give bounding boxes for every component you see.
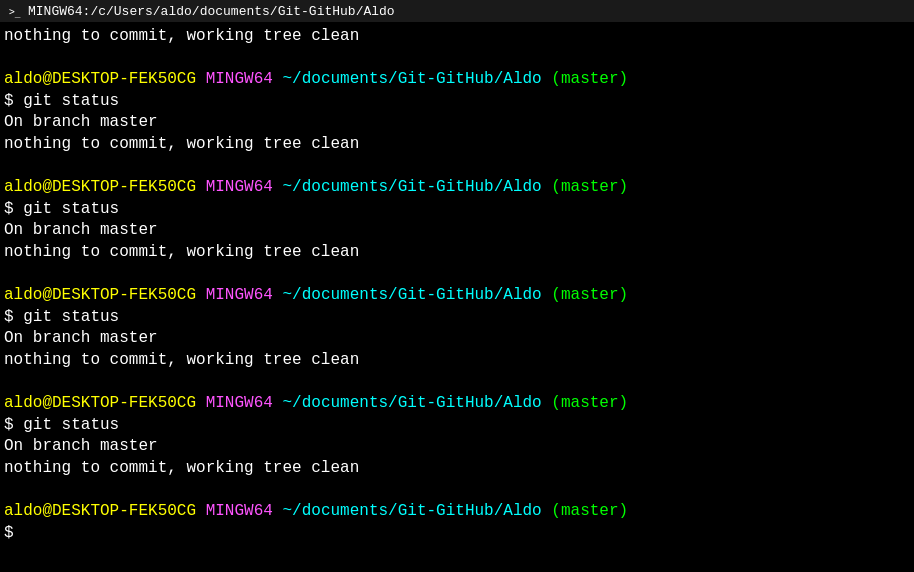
terminal-line: On branch master — [4, 220, 910, 242]
prompt-shell: MINGW64 — [206, 502, 273, 520]
terminal-line: On branch master — [4, 112, 910, 134]
prompt-branch: (master) — [551, 394, 628, 412]
title-bar: >_ MINGW64:/c/Users/aldo/documents/Git-G… — [0, 0, 914, 22]
svg-text:>_: >_ — [9, 6, 21, 18]
terminal-line: nothing to commit, working tree clean — [4, 242, 910, 264]
output-text: On branch master — [4, 437, 158, 455]
terminal-icon: >_ — [8, 4, 22, 18]
prompt-user: aldo@DESKTOP-FEK50CG — [4, 178, 196, 196]
prompt-path: ~/documents/Git-GitHub/Aldo — [282, 70, 541, 88]
prompt-path: ~/documents/Git-GitHub/Aldo — [282, 286, 541, 304]
blank-line — [4, 264, 910, 286]
output-text: nothing to commit, working tree clean — [4, 243, 359, 261]
prompt-branch: (master) — [551, 502, 628, 520]
terminal-line: aldo@DESKTOP-FEK50CG MINGW64 ~/documents… — [4, 285, 910, 307]
output-text: nothing to commit, working tree clean — [4, 459, 359, 477]
command-text: $ git status — [4, 92, 119, 110]
prompt-branch: (master) — [551, 178, 628, 196]
terminal-line: $ git status — [4, 91, 910, 113]
prompt-user: aldo@DESKTOP-FEK50CG — [4, 502, 196, 520]
prompt-user: aldo@DESKTOP-FEK50CG — [4, 286, 196, 304]
blank-line — [4, 156, 910, 178]
blank-line — [4, 479, 910, 501]
cursor-line: $ — [4, 524, 23, 542]
prompt-branch: (master) — [551, 70, 628, 88]
terminal-line: nothing to commit, working tree clean — [4, 26, 910, 48]
command-text: $ git status — [4, 308, 119, 326]
terminal-line: $ git status — [4, 415, 910, 437]
output-text: nothing to commit, working tree clean — [4, 135, 359, 153]
prompt-user: aldo@DESKTOP-FEK50CG — [4, 70, 196, 88]
output-text: On branch master — [4, 221, 158, 239]
blank-line — [4, 48, 910, 70]
prompt-user: aldo@DESKTOP-FEK50CG — [4, 394, 196, 412]
terminal-line: nothing to commit, working tree clean — [4, 350, 910, 372]
terminal-line: $ git status — [4, 307, 910, 329]
terminal-line: nothing to commit, working tree clean — [4, 134, 910, 156]
prompt-path: ~/documents/Git-GitHub/Aldo — [282, 394, 541, 412]
blank-line — [4, 372, 910, 394]
terminal-line: aldo@DESKTOP-FEK50CG MINGW64 ~/documents… — [4, 393, 910, 415]
prompt-shell: MINGW64 — [206, 70, 273, 88]
terminal-line: nothing to commit, working tree clean — [4, 458, 910, 480]
output-text: On branch master — [4, 329, 158, 347]
command-text: $ git status — [4, 200, 119, 218]
terminal-line: aldo@DESKTOP-FEK50CG MINGW64 ~/documents… — [4, 177, 910, 199]
command-text: $ git status — [4, 416, 119, 434]
terminal-line: On branch master — [4, 436, 910, 458]
output-text: nothing to commit, working tree clean — [4, 351, 359, 369]
terminal-line: aldo@DESKTOP-FEK50CG MINGW64 ~/documents… — [4, 501, 910, 523]
terminal-line: $ git status — [4, 199, 910, 221]
output-text: nothing to commit, working tree clean — [4, 27, 359, 45]
terminal-line: $ — [4, 523, 910, 545]
terminal[interactable]: nothing to commit, working tree clean al… — [0, 22, 914, 572]
prompt-shell: MINGW64 — [206, 286, 273, 304]
prompt-branch: (master) — [551, 286, 628, 304]
title-bar-text: MINGW64:/c/Users/aldo/documents/Git-GitH… — [28, 4, 395, 19]
prompt-path: ~/documents/Git-GitHub/Aldo — [282, 178, 541, 196]
prompt-shell: MINGW64 — [206, 394, 273, 412]
terminal-line: On branch master — [4, 328, 910, 350]
output-text: On branch master — [4, 113, 158, 131]
terminal-line: aldo@DESKTOP-FEK50CG MINGW64 ~/documents… — [4, 69, 910, 91]
prompt-path: ~/documents/Git-GitHub/Aldo — [282, 502, 541, 520]
prompt-shell: MINGW64 — [206, 178, 273, 196]
